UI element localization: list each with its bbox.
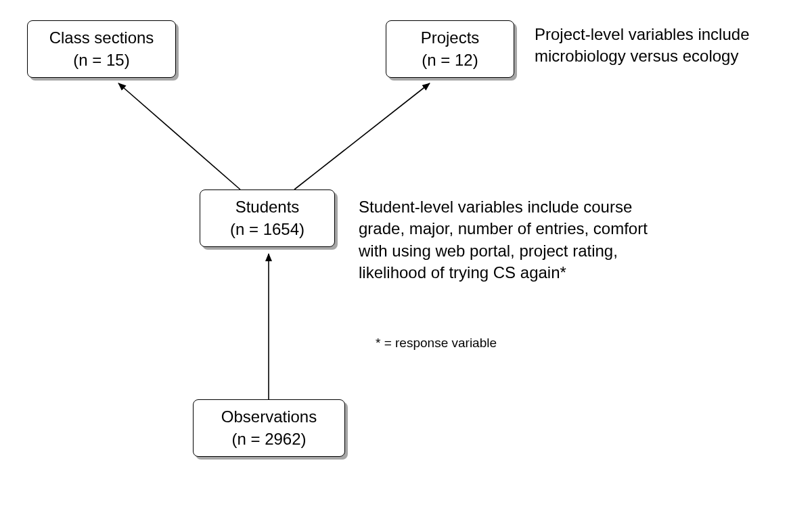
annotation-student-level: Student-level variables include course g… (359, 196, 670, 284)
annotation-project-level: Project-level variables include microbio… (535, 24, 802, 68)
arrow-students-to-projects (294, 83, 430, 189)
node-count: (n = 12) (422, 49, 478, 71)
node-count: (n = 15) (73, 49, 129, 71)
node-title: Projects (421, 27, 480, 49)
node-observations: Observations (n = 2962) (193, 399, 345, 457)
node-title: Class sections (49, 27, 154, 49)
node-students: Students (n = 1654) (200, 189, 335, 247)
node-count: (n = 1654) (230, 219, 304, 240)
node-class-sections: Class sections (n = 15) (27, 20, 176, 78)
node-projects: Projects (n = 12) (386, 20, 514, 78)
node-title: Observations (221, 406, 317, 428)
arrow-students-to-class-sections (118, 83, 240, 189)
annotation-footnote: * = response variable (376, 335, 497, 352)
node-count: (n = 2962) (231, 428, 306, 450)
node-title: Students (235, 196, 300, 218)
diagram-canvas: Class sections (n = 15) Projects (n = 12… (0, 0, 812, 513)
